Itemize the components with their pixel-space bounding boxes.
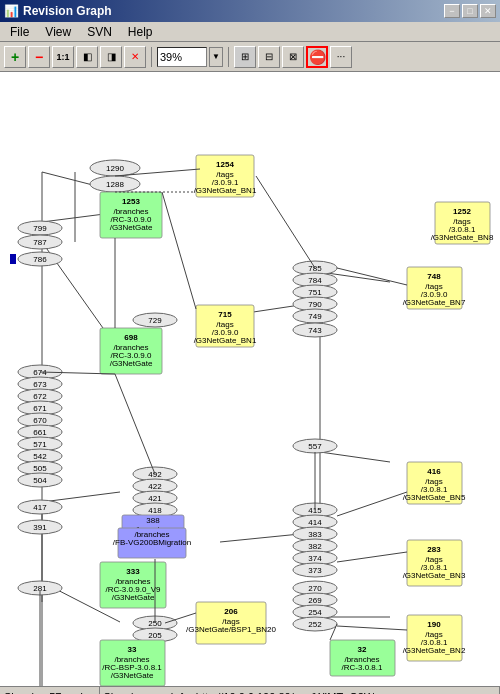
svg-text:673: 673 <box>33 380 47 389</box>
svg-line-171 <box>337 626 407 630</box>
svg-text:/G3NetGate_BN3: /G3NetGate_BN3 <box>403 571 466 580</box>
zoom-display: 39% <box>157 47 207 67</box>
svg-text:1252: 1252 <box>453 207 471 216</box>
svg-text:422: 422 <box>148 482 162 491</box>
svg-text:32: 32 <box>358 645 367 654</box>
svg-text:1253: 1253 <box>122 197 140 206</box>
menu-view[interactable]: View <box>39 24 77 40</box>
svg-text:672: 672 <box>33 392 47 401</box>
svg-text:373: 373 <box>308 566 322 575</box>
svg-text:333: 333 <box>126 567 140 576</box>
svg-text:/G3NetGate_BN8: /G3NetGate_BN8 <box>431 233 494 242</box>
svg-text:/G3NetGate: /G3NetGate <box>110 359 153 368</box>
svg-text:751: 751 <box>308 288 322 297</box>
menu-file[interactable]: File <box>4 24 35 40</box>
add-button[interactable]: + <box>4 46 26 68</box>
svg-text:190: 190 <box>427 620 441 629</box>
stop-button[interactable]: ⛔ <box>306 46 328 68</box>
svg-text:670: 670 <box>33 416 47 425</box>
svg-text:/G3NetGate_BN5: /G3NetGate_BN5 <box>403 493 466 502</box>
svg-text:283: 283 <box>427 545 441 554</box>
svg-text:/G3NetGate: /G3NetGate <box>110 223 153 232</box>
svg-text:/G3NetGate_BN7: /G3NetGate_BN7 <box>403 298 466 307</box>
svg-text:715: 715 <box>218 310 232 319</box>
svg-text:252: 252 <box>308 620 322 629</box>
graph-btn-1[interactable]: ⊞ <box>234 46 256 68</box>
svg-text:269: 269 <box>308 596 322 605</box>
status-bar: Showing 57 nodes Showing graph for http:… <box>0 686 500 694</box>
svg-line-173 <box>337 268 407 285</box>
svg-text:/RC-3.0.8.1: /RC-3.0.8.1 <box>342 663 383 672</box>
svg-text:270: 270 <box>308 584 322 593</box>
svg-text:749: 749 <box>308 312 322 321</box>
svg-text:/G3NetGate_BN1: /G3NetGate_BN1 <box>194 336 257 345</box>
svg-text:743: 743 <box>308 326 322 335</box>
menu-bar: File View SVN Help <box>0 22 500 42</box>
svg-text:421: 421 <box>148 494 162 503</box>
svg-text:787: 787 <box>33 238 47 247</box>
svg-text:784: 784 <box>308 276 322 285</box>
svg-text:417: 417 <box>33 503 47 512</box>
svg-text:729: 729 <box>148 316 162 325</box>
svg-text:557: 557 <box>308 442 322 451</box>
menu-svn[interactable]: SVN <box>81 24 118 40</box>
more-button[interactable]: ··· <box>330 46 352 68</box>
toolbar-separator-1 <box>151 47 152 67</box>
svg-text:/G3NetGate_BN2: /G3NetGate_BN2 <box>403 646 466 655</box>
svg-text:/G3NetGate/BSP1_BN20: /G3NetGate/BSP1_BN20 <box>186 625 276 634</box>
zoom-value: 39% <box>160 51 182 63</box>
svg-text:388: 388 <box>146 516 160 525</box>
graph-area[interactable]: 1290 1288 1254 /tags /3.0.9.1 /G3NetGate… <box>0 72 500 686</box>
showing-nodes-text: Showing 57 nodes <box>4 691 95 695</box>
title-bar-left: 📊 Revision Graph <box>4 4 112 18</box>
graph-btn-2[interactable]: ⊟ <box>258 46 280 68</box>
svg-rect-23 <box>10 254 16 264</box>
toolbar: + − 1:1 ◧ ◨ ✕ 39% ▼ ⊞ ⊟ ⊠ ⛔ ··· <box>0 42 500 72</box>
fit-left-button[interactable]: ◧ <box>76 46 98 68</box>
svg-text:414: 414 <box>308 518 322 527</box>
svg-text:786: 786 <box>33 255 47 264</box>
fit-right-button[interactable]: ◨ <box>100 46 122 68</box>
svg-line-162 <box>115 374 155 474</box>
svg-text:785: 785 <box>308 264 322 273</box>
svg-line-169 <box>337 492 407 516</box>
minimize-button[interactable]: − <box>444 4 460 18</box>
graph-btn-3[interactable]: ⊠ <box>282 46 304 68</box>
svg-text:205: 205 <box>148 631 162 640</box>
close-x-button[interactable]: ✕ <box>124 46 146 68</box>
graph-url-text: Showing graph for http://10.0.6.100:80/s… <box>104 691 375 695</box>
status-left: Showing 57 nodes <box>0 687 100 694</box>
svg-line-160 <box>162 192 196 309</box>
toolbar-separator-2 <box>228 47 229 67</box>
svg-text:1254: 1254 <box>216 160 234 169</box>
one-to-one-button[interactable]: 1:1 <box>52 46 74 68</box>
zoom-dropdown-button[interactable]: ▼ <box>209 47 223 67</box>
title-bar: 📊 Revision Graph − □ ✕ <box>0 0 500 22</box>
svg-text:/G3NetGate: /G3NetGate <box>112 593 155 602</box>
revision-graph-svg: 1290 1288 1254 /tags /3.0.9.1 /G3NetGate… <box>0 72 500 686</box>
svg-text:1288: 1288 <box>106 180 124 189</box>
menu-help[interactable]: Help <box>122 24 159 40</box>
svg-text:418: 418 <box>148 506 162 515</box>
window-title: Revision Graph <box>23 4 112 18</box>
svg-line-170 <box>337 552 407 562</box>
remove-button[interactable]: − <box>28 46 50 68</box>
svg-text:661: 661 <box>33 428 47 437</box>
svg-text:799: 799 <box>33 224 47 233</box>
svg-text:/FB-VG200BMigration: /FB-VG200BMigration <box>113 538 191 547</box>
svg-text:571: 571 <box>33 440 47 449</box>
svg-text:374: 374 <box>308 554 322 563</box>
svg-text:505: 505 <box>33 464 47 473</box>
title-icon: 📊 <box>4 4 19 18</box>
svg-text:416: 416 <box>427 467 441 476</box>
svg-text:1290: 1290 <box>106 164 124 173</box>
svg-text:748: 748 <box>427 272 441 281</box>
maximize-button[interactable]: □ <box>462 4 478 18</box>
close-button[interactable]: ✕ <box>480 4 496 18</box>
svg-line-172 <box>256 176 315 268</box>
svg-text:/G3NetGate_BN1: /G3NetGate_BN1 <box>194 186 257 195</box>
svg-text:33: 33 <box>128 645 137 654</box>
status-right: Showing graph for http://10.0.6.100:80/s… <box>100 687 500 694</box>
svg-text:/G3NetGate: /G3NetGate <box>111 671 154 680</box>
svg-text:382: 382 <box>308 542 322 551</box>
